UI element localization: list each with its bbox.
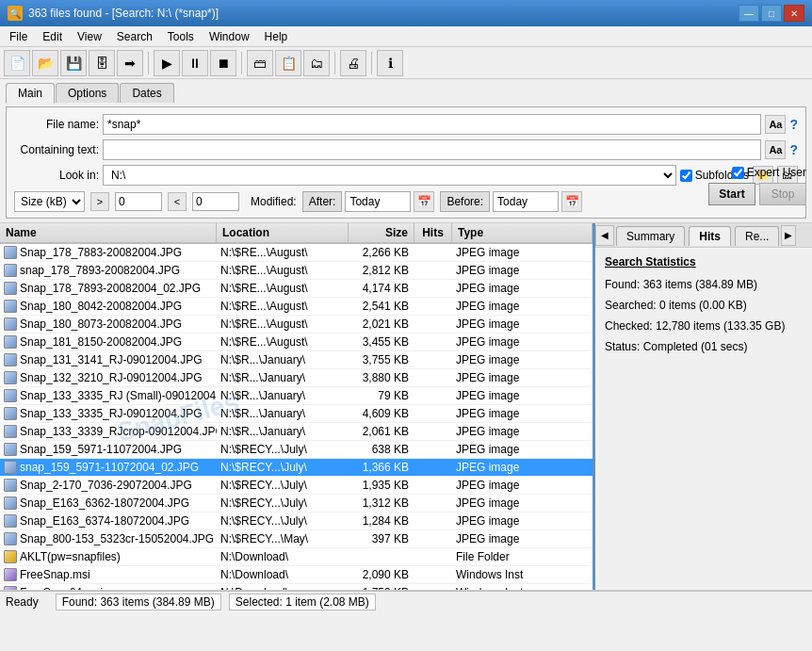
cell-location: N:\$RE...\August\ <box>217 264 349 277</box>
cell-size: 4,609 KB <box>349 407 414 420</box>
table-row[interactable]: Snap_180_8073-20082004.JPG N:\$RE...\Aug… <box>0 316 593 334</box>
col-header-location[interactable]: Location <box>217 223 349 242</box>
toolbar-props[interactable]: 🗃 <box>247 50 273 76</box>
filename-row: File name: Aa ? <box>14 113 798 136</box>
subfolders-checkbox[interactable] <box>680 170 692 182</box>
table-row[interactable]: Snap_159_5971-11072004.JPG N:\$RECY...\J… <box>0 441 593 459</box>
toolbar-open[interactable]: 📂 <box>32 50 58 76</box>
expert-checkbox[interactable] <box>732 167 744 179</box>
toolbar-separator-4 <box>371 52 372 74</box>
toolbar-view2[interactable]: 🗂 <box>303 50 330 76</box>
col-header-name[interactable]: Name <box>0 223 217 242</box>
search-tabs: Main Options Dates <box>6 83 806 103</box>
cell-type: Windows Inst <box>452 586 593 590</box>
cell-size: 3,755 KB <box>349 353 414 366</box>
cell-size: 1,312 KB <box>349 496 414 510</box>
lookin-select[interactable]: N:\ <box>103 165 676 186</box>
menu-help[interactable]: Help <box>257 28 296 45</box>
menu-search[interactable]: Search <box>109 28 160 45</box>
size-op1-btn[interactable]: > <box>90 192 109 211</box>
rp-tab-re[interactable]: Re... <box>735 226 779 246</box>
right-panel-content: Search Statistics Found: 363 items (384.… <box>595 248 812 590</box>
rp-tab-summary[interactable]: Summary <box>616 226 685 246</box>
cell-name: Snap_E163_6374-18072004.JPG <box>0 514 217 528</box>
table-row[interactable]: snap_178_7893-20082004.JPG N:\$RE...\Aug… <box>0 262 593 280</box>
size-op2-btn[interactable]: < <box>168 192 187 211</box>
size-type-select[interactable]: Size (kB) <box>14 191 85 212</box>
col-header-hits[interactable]: Hits <box>414 223 452 242</box>
cell-type: File Folder <box>452 550 593 563</box>
filename-help-icon[interactable]: ? <box>789 117 798 132</box>
menu-edit[interactable]: Edit <box>35 28 70 45</box>
close-button[interactable]: ✕ <box>784 5 804 22</box>
menu-window[interactable]: Window <box>202 28 257 45</box>
table-row[interactable]: Snap_181_8150-20082004.JPG N:\$RE...\Aug… <box>0 334 593 351</box>
containing-aa-btn[interactable]: Aa <box>765 140 786 159</box>
toolbar-about[interactable]: ℹ <box>377 50 403 76</box>
table-row[interactable]: FreeSnap64.msi N:\Download\ 1,750 KB Win… <box>0 584 593 590</box>
toolbar-view1[interactable]: 📋 <box>275 50 301 76</box>
containing-input[interactable] <box>103 139 761 160</box>
toolbar-pause[interactable]: ⏸ <box>182 50 208 76</box>
table-row[interactable]: Snap_132_3210_RJ-09012004.JPG N:\$R...\J… <box>0 369 593 387</box>
before-input[interactable] <box>493 191 559 212</box>
tab-dates[interactable]: Dates <box>120 83 173 103</box>
size-val1-input[interactable] <box>115 192 162 211</box>
toolbar-play[interactable]: ▶ <box>154 50 180 76</box>
toolbar-export[interactable]: ➡ <box>117 50 143 76</box>
table-row[interactable]: snap_159_5971-11072004_02.JPG N:\$RECY..… <box>0 459 593 477</box>
after-calendar-btn[interactable]: 📅 <box>414 191 434 212</box>
cell-location: N:\$RE...\August\ <box>217 335 349 349</box>
cell-type: JPEG image <box>452 371 593 384</box>
cell-location: N:\$RECY...\July\ <box>217 479 349 492</box>
rp-prev-btn[interactable]: ◀ <box>595 225 614 246</box>
tab-main[interactable]: Main <box>6 83 55 104</box>
table-row[interactable]: Snap_E163_6362-18072004.JPG N:\$RECY...\… <box>0 495 593 513</box>
toolbar-print[interactable]: 🖨 <box>340 50 366 76</box>
col-header-size[interactable]: Size <box>349 223 414 242</box>
size-val2-input[interactable] <box>192 192 239 211</box>
toolbar-separator-3 <box>334 52 335 74</box>
status-ready: Ready <box>6 595 39 609</box>
table-row[interactable]: AKLT(pw=snapfiles) N:\Download\ File Fol… <box>0 548 593 566</box>
file-type-icon <box>4 568 17 581</box>
stop-button[interactable]: Stop <box>759 183 806 205</box>
menu-tools[interactable]: Tools <box>160 28 202 45</box>
col-header-type[interactable]: Type <box>452 223 593 242</box>
toolbar-new[interactable]: 📄 <box>4 50 30 76</box>
cell-name: Snap_159_5971-11072004.JPG <box>0 443 217 456</box>
table-row[interactable]: Snap_2-170_7036-29072004.JPG N:\$RECY...… <box>0 477 593 495</box>
table-row[interactable]: Snap_178_7883-20082004.JPG N:\$RE...\Aug… <box>0 244 593 262</box>
cell-type: JPEG image <box>452 514 593 528</box>
start-button[interactable]: Start <box>708 183 755 205</box>
containing-help-icon[interactable]: ? <box>789 142 798 157</box>
cell-name: Snap_E163_6362-18072004.JPG <box>0 496 217 510</box>
maximize-button[interactable]: □ <box>761 5 782 22</box>
rp-tab-hits[interactable]: Hits <box>689 226 731 246</box>
toolbar-save[interactable]: 💾 <box>60 50 87 76</box>
file-rows[interactable]: Snap_178_7883-20082004.JPG N:\$RE...\Aug… <box>0 244 593 590</box>
containing-row: Containing text: Aa ? <box>14 138 798 161</box>
minimize-button[interactable]: — <box>739 5 759 22</box>
table-row[interactable]: Snap_131_3141_RJ-09012004.JPG N:\$R...\J… <box>0 351 593 369</box>
menu-file[interactable]: File <box>2 28 35 45</box>
cell-size: 2,021 KB <box>349 317 414 331</box>
filename-aa-btn[interactable]: Aa <box>765 115 786 134</box>
menu-view[interactable]: View <box>70 28 109 45</box>
table-row[interactable]: Snap_E163_6374-18072004.JPG N:\$RECY...\… <box>0 513 593 530</box>
table-row[interactable]: Snap_178_7893-20082004_02.JPG N:\$RE...\… <box>0 280 593 298</box>
table-row[interactable]: FreeSnap.msi N:\Download\ 2,090 KB Windo… <box>0 566 593 584</box>
rp-more-btn[interactable]: ▶ <box>781 225 796 246</box>
cell-location: N:\$RECY...\May\ <box>217 532 349 545</box>
filename-input[interactable] <box>103 114 761 135</box>
table-row[interactable]: Snap_133_3335_RJ-09012004.JPG N:\$R...\J… <box>0 405 593 423</box>
table-row[interactable]: Snap_133_3339_RJcrop-09012004.JPG N:\$R.… <box>0 423 593 441</box>
after-input[interactable] <box>345 191 411 212</box>
table-row[interactable]: Snap_180_8042-20082004.JPG N:\$RE...\Aug… <box>0 298 593 316</box>
tab-options[interactable]: Options <box>56 83 119 103</box>
toolbar-save2[interactable]: 🗄 <box>89 50 115 76</box>
table-row[interactable]: Snap_133_3335_RJ (Small)-09012004.JPG N:… <box>0 387 593 405</box>
table-row[interactable]: Snap_800-153_5323cr-15052004.JPG N:\$REC… <box>0 530 593 548</box>
before-calendar-btn[interactable]: 📅 <box>561 191 582 212</box>
toolbar-stop[interactable]: ⏹ <box>210 50 236 76</box>
